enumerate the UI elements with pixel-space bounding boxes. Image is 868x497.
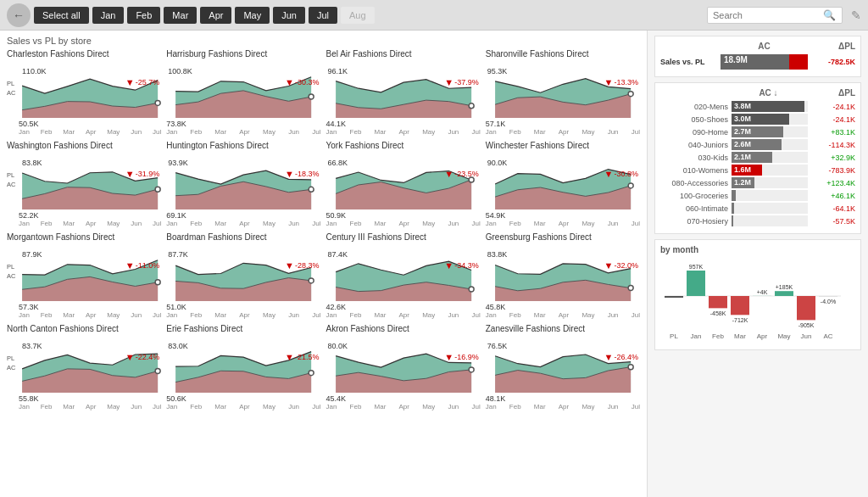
category-row: 090-Home 2.7M +83.1K xyxy=(660,126,855,137)
category-delta: +123.4K xyxy=(811,179,855,187)
category-label: 070-Hosiery xyxy=(660,217,728,226)
svg-point-1 xyxy=(309,94,314,99)
delta-arrow: ▼ xyxy=(604,169,614,179)
chart-bottom-val: 50.6K xyxy=(166,394,320,403)
svg-text:May: May xyxy=(777,332,790,340)
chart-x-labels: JanFebMarAprMayJunJul xyxy=(326,403,481,410)
svg-text:AC: AC xyxy=(823,332,832,340)
month-jul-button[interactable]: Jul xyxy=(309,7,337,24)
store-chart: Zanesville Fashions Direct 76.5K 48.1K ▼… xyxy=(486,324,640,410)
category-label: 010-Womens xyxy=(660,166,728,175)
back-button[interactable]: ← xyxy=(7,3,31,27)
chart-top-val: 83.8K xyxy=(22,159,42,167)
charts-grid: Charleston Fashions Direct 110.0K PLAC 5… xyxy=(7,49,640,410)
chart-bottom-val: 69.1K xyxy=(166,211,320,220)
category-bar-fill xyxy=(732,215,733,226)
chart-top-val: 83.0K xyxy=(168,342,188,350)
categories-section: AC ↓ ΔPL 020-Mens 3.8M -24.1K 050-Shoes … xyxy=(654,82,861,234)
store-chart: Akron Fashions Direct 80.0K 45.4K ▼-16.9… xyxy=(326,324,481,410)
category-delta: -57.5K xyxy=(811,217,855,226)
category-row: 050-Shoes 3.0M -24.1K xyxy=(660,114,855,125)
delta-arrow: ▼ xyxy=(125,77,135,87)
svg-rect-17 xyxy=(665,296,683,298)
categories-list: 020-Mens 3.8M -24.1K 050-Shoes 3.0M -24.… xyxy=(660,101,855,226)
chart-x-labels: JanFebMarAprMayJunJul xyxy=(19,403,161,410)
svg-rect-31 xyxy=(775,291,793,296)
chart-delta: ▼-13.3% xyxy=(604,77,638,87)
chart-bottom-val: 42.6K xyxy=(326,303,481,311)
svg-text:Mar: Mar xyxy=(734,332,746,340)
sales-bar: 18.9M xyxy=(721,54,808,70)
chart-x-labels: JanFebMarAprMayJunJul xyxy=(166,403,320,410)
chart-x-labels: JanFebMarAprMayJunJul xyxy=(486,403,640,410)
delta-arrow: ▼ xyxy=(604,77,614,87)
store-chart: Sharonville Fashions Direct 95.3K 57.1K … xyxy=(486,49,640,136)
store-name: Bel Air Fashions Direct xyxy=(326,49,481,59)
svg-text:PL: PL xyxy=(670,332,678,340)
sales-delta: -782.5K xyxy=(813,58,855,66)
by-month-title: by month xyxy=(660,245,855,254)
chart-delta: ▼-28.3% xyxy=(285,260,319,271)
chart-bottom-val: 45.4K xyxy=(326,394,481,403)
by-month-chart: PL957KJan-458KFeb-712KMar+4KApr+185KMay-… xyxy=(660,258,855,344)
month-mar-button[interactable]: Mar xyxy=(164,7,197,24)
store-chart: York Fashions Direct 66.8K 50.9K ▼-23.5% xyxy=(326,141,481,227)
svg-point-11 xyxy=(628,286,633,291)
chart-x-labels: JanFebMarAprMayJunJul xyxy=(166,311,320,319)
svg-text:-458K: -458K xyxy=(710,310,726,316)
store-chart: Washington Fashions Direct 83.8K PLAC 52… xyxy=(7,141,161,227)
category-label: 090-Home xyxy=(660,128,728,137)
chart-bottom-val: 50.5K xyxy=(19,120,161,128)
month-jan-button[interactable]: Jan xyxy=(92,7,125,24)
store-name: Zanesville Fashions Direct xyxy=(486,324,640,333)
chart-svg-container xyxy=(166,250,320,303)
filter-icon[interactable]: ✎ xyxy=(851,8,861,22)
store-name: Charleston Fashions Direct xyxy=(7,49,161,59)
chart-bottom-val: 55.8K xyxy=(19,394,161,403)
svg-point-8 xyxy=(155,280,160,285)
category-bar-track: 2.1M xyxy=(732,152,808,163)
chart-x-labels: JanFebMarAprMayJunJul xyxy=(19,311,161,319)
svg-point-7 xyxy=(628,183,633,188)
category-delta: -24.1K xyxy=(811,115,855,124)
delta-arrow: ▼ xyxy=(444,352,453,362)
chart-x-labels: JanFebMarAprMayJunJul xyxy=(19,128,161,136)
category-row: 030-Kids 2.1M +32.9K xyxy=(660,152,855,163)
top-bar: ← Select all Jan Feb Mar Apr May Jun Jul… xyxy=(0,0,868,31)
chart-x-labels: JanFebMarAprMayJunJul xyxy=(326,128,481,136)
select-all-button[interactable]: Select all xyxy=(34,7,89,24)
svg-text:-4.0%: -4.0% xyxy=(821,299,836,304)
delta-arrow: ▼ xyxy=(285,169,294,179)
month-apr-button[interactable]: Apr xyxy=(200,7,231,24)
svg-point-9 xyxy=(309,278,314,283)
chart-top-val: 87.9K xyxy=(22,250,42,259)
store-chart: Erie Fashions Direct 83.0K 50.6K ▼-21.5% xyxy=(166,324,320,410)
store-name: Sharonville Fashions Direct xyxy=(486,49,640,59)
chart-delta: ▼-31.9% xyxy=(125,169,159,179)
svg-point-3 xyxy=(628,92,633,97)
chart-delta: ▼-34.3% xyxy=(444,260,478,271)
store-chart: Morgantown Fashions Direct 87.9K PLAC 57… xyxy=(7,232,161,319)
category-row: 040-Juniors 2.6M -114.3K xyxy=(660,139,855,150)
chart-delta: ▼-23.5% xyxy=(444,169,478,179)
month-may-button[interactable]: May xyxy=(235,7,270,24)
month-jun-button[interactable]: Jun xyxy=(273,7,305,24)
month-feb-button[interactable]: Feb xyxy=(127,7,160,24)
category-label: 020-Mens xyxy=(660,103,728,111)
store-chart: Boardman Fashions Direct 87.7K 51.0K ▼-2… xyxy=(166,232,320,319)
month-aug-button[interactable]: Aug xyxy=(341,7,375,24)
delta-arrow: ▼ xyxy=(604,352,614,362)
svg-rect-19 xyxy=(687,271,705,296)
sales-header-dpl: ΔPL xyxy=(809,42,855,51)
chart-bottom-val: 50.9K xyxy=(326,211,481,220)
chart-svg-container xyxy=(486,342,640,394)
chart-delta: ▼-22.4% xyxy=(125,352,159,362)
categories-header: AC ↓ ΔPL xyxy=(660,88,855,98)
chart-svg-container xyxy=(166,342,320,394)
store-name: Washington Fashions Direct xyxy=(7,141,161,150)
search-input[interactable] xyxy=(713,10,823,20)
svg-rect-34 xyxy=(797,296,815,320)
sales-section: AC ΔPL Sales vs. PL 18.9M -782.5K xyxy=(654,36,861,77)
delta-arrow: ▼ xyxy=(125,169,135,179)
store-chart: Winchester Fashions Direct 90.0K 54.9K ▼… xyxy=(486,141,640,227)
